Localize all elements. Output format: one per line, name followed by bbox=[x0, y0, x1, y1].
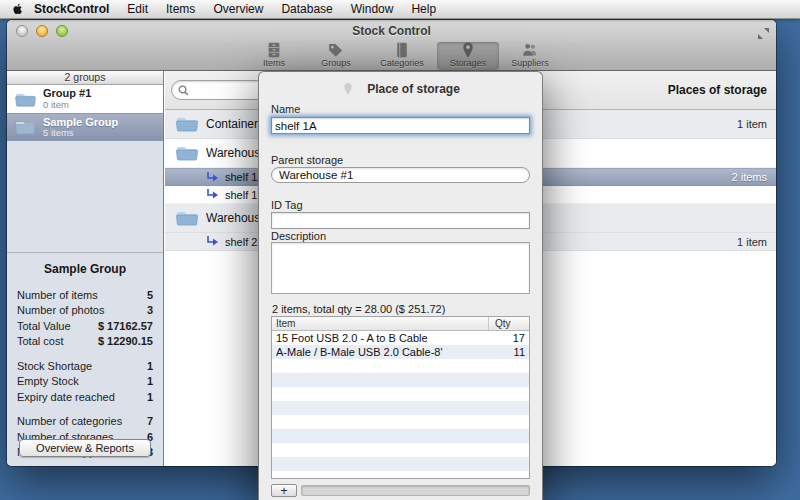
parent-storage-label: Parent storage bbox=[271, 154, 343, 166]
stat-label: Empty Stock bbox=[17, 375, 79, 387]
table-footer: + bbox=[271, 483, 530, 498]
items-table-header[interactable]: Item Qty bbox=[272, 317, 529, 331]
stat-value: 5 bbox=[147, 289, 153, 301]
menu-item-edit[interactable]: Edit bbox=[118, 0, 157, 19]
sub-storage-arrow-icon bbox=[206, 189, 219, 200]
stat-value: 1 bbox=[147, 391, 153, 403]
toolbar-label: Groups bbox=[321, 58, 351, 68]
drawer-icon bbox=[263, 42, 285, 58]
id-tag-field[interactable] bbox=[271, 212, 530, 229]
toolbar-button-suppliers[interactable]: Suppliers bbox=[499, 42, 561, 70]
place-of-storage-panel: Place of storage Name Parent storage ID … bbox=[258, 71, 543, 500]
parent-storage-field[interactable] bbox=[271, 167, 530, 183]
stat-label: Total Value bbox=[17, 320, 71, 332]
stat-label: Expiry date reached bbox=[17, 391, 115, 403]
title-bar[interactable]: Stock Control bbox=[7, 20, 776, 42]
group-name: Group #1 bbox=[43, 87, 91, 100]
item-column-header[interactable]: Item bbox=[272, 317, 489, 330]
items-summary: 2 items, total qty = 28.00 ($ 251.72) bbox=[272, 303, 445, 315]
folder-icon bbox=[15, 120, 36, 135]
group-row-1[interactable]: Group #1 0 item bbox=[7, 85, 163, 113]
sub-storage-arrow-icon bbox=[206, 172, 219, 183]
stat-value: $ 17162.57 bbox=[98, 320, 153, 332]
items-table: Item Qty 15 Foot USB 2.0 - A to B Cable … bbox=[271, 316, 530, 479]
folder-icon bbox=[176, 210, 198, 226]
folder-icon bbox=[15, 92, 36, 107]
apple-menu[interactable] bbox=[10, 2, 28, 16]
stat-label: Number of categories bbox=[17, 415, 122, 427]
qty-column-header[interactable]: Qty bbox=[489, 317, 529, 330]
stat-value: 1 bbox=[147, 375, 153, 387]
item-qty-cell: 11 bbox=[489, 345, 529, 359]
toolbar-label: Categories bbox=[380, 58, 424, 68]
pin-icon bbox=[457, 42, 479, 58]
menu-item-window[interactable]: Window bbox=[342, 0, 403, 19]
toolbar-label: Storages bbox=[450, 58, 486, 68]
item-count: 2 items bbox=[732, 171, 776, 183]
stat-value: 7 bbox=[147, 415, 153, 427]
group-count: 5 items bbox=[43, 128, 118, 139]
menu-item-help[interactable]: Help bbox=[402, 0, 445, 19]
toolbar: Items Groups Categories Storages bbox=[7, 42, 776, 71]
add-item-button[interactable]: + bbox=[271, 484, 297, 497]
description-label: Description bbox=[271, 230, 326, 242]
panel-title: Place of storage bbox=[367, 82, 460, 96]
table-row[interactable]: A-Male / B-Male USB 2.0 Cable-8' 11 bbox=[272, 345, 529, 359]
sidebar: 2 groups Group #1 0 item Sample Group bbox=[7, 71, 164, 466]
folder-icon bbox=[176, 116, 198, 132]
group-row-2-selected[interactable]: Sample Group 5 items bbox=[7, 113, 163, 141]
stat-value: 3 bbox=[147, 304, 153, 316]
stat-label: Stock Shortage bbox=[17, 360, 92, 372]
groups-count-header: 2 groups bbox=[7, 71, 163, 85]
stat-label: Number of photos bbox=[17, 304, 104, 316]
pin-ghost-icon bbox=[341, 82, 355, 96]
book-icon bbox=[391, 42, 413, 58]
fullscreen-icon[interactable] bbox=[758, 25, 769, 43]
overview-reports-button[interactable]: Overview & Reports bbox=[19, 439, 151, 457]
search-icon bbox=[178, 85, 189, 96]
name-field[interactable] bbox=[271, 117, 530, 134]
name-label: Name bbox=[271, 103, 300, 115]
stat-label: Total cost bbox=[17, 335, 63, 347]
horizontal-scrollbar[interactable] bbox=[301, 485, 530, 496]
toolbar-label: Items bbox=[263, 58, 285, 68]
panel-title-row: Place of storage bbox=[259, 82, 542, 96]
toolbar-button-storages[interactable]: Storages bbox=[437, 42, 499, 70]
stat-value: $ 12290.15 bbox=[98, 335, 153, 347]
toolbar-button-items[interactable]: Items bbox=[243, 42, 305, 70]
description-field[interactable] bbox=[271, 242, 530, 294]
group-count: 0 item bbox=[43, 100, 91, 111]
toolbar-label: Suppliers bbox=[511, 58, 549, 68]
item-qty-cell: 17 bbox=[489, 331, 529, 345]
item-name-cell: 15 Foot USB 2.0 - A to B Cable bbox=[272, 331, 489, 345]
group-info-panel: Sample Group Number of items5 Number of … bbox=[7, 252, 163, 466]
menu-item-overview[interactable]: Overview bbox=[204, 0, 272, 19]
folder-icon bbox=[176, 145, 198, 161]
item-name-cell: A-Male / B-Male USB 2.0 Cable-8' bbox=[272, 345, 489, 359]
places-of-storage-header: Places of storage bbox=[668, 71, 767, 110]
id-tag-label: ID Tag bbox=[271, 199, 303, 211]
menu-bar: StockControl Edit Items Overview Databas… bbox=[0, 0, 800, 19]
stat-label: Number of items bbox=[17, 289, 98, 301]
menu-item-app[interactable]: StockControl bbox=[28, 0, 118, 19]
sub-storage-arrow-icon bbox=[206, 236, 219, 247]
stat-value: 1 bbox=[147, 360, 153, 372]
tag-icon bbox=[325, 42, 347, 58]
menu-item-items[interactable]: Items bbox=[157, 0, 204, 19]
menu-item-database[interactable]: Database bbox=[272, 0, 341, 19]
toolbar-button-categories[interactable]: Categories bbox=[367, 42, 437, 70]
window-title: Stock Control bbox=[7, 20, 776, 42]
apple-icon bbox=[12, 2, 24, 16]
info-title: Sample Group bbox=[7, 262, 163, 276]
table-row[interactable]: 15 Foot USB 2.0 - A to B Cable 17 bbox=[272, 331, 529, 345]
item-count: 1 item bbox=[737, 118, 776, 130]
people-icon bbox=[519, 42, 541, 58]
item-count: 1 item bbox=[737, 236, 776, 248]
toolbar-button-groups[interactable]: Groups bbox=[305, 42, 367, 70]
